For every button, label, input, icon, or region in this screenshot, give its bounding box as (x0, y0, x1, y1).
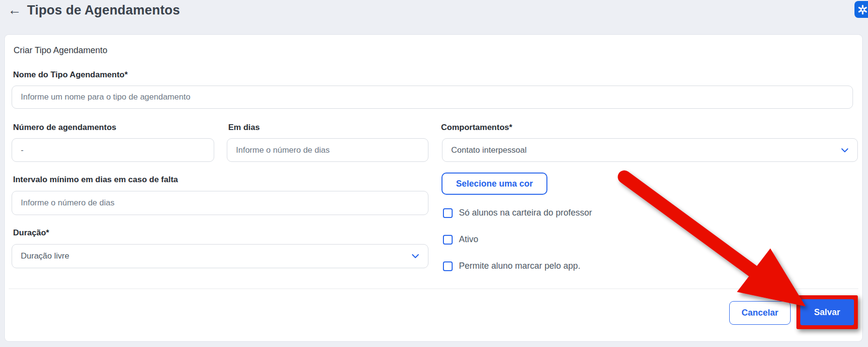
numero-agendamentos-input[interactable] (12, 138, 214, 162)
checkbox-so-alunos[interactable]: Só alunos na carteira do professor (443, 208, 592, 218)
annotation-highlight-box: Salvar (796, 295, 858, 329)
back-arrow-icon[interactable]: ← (8, 1, 21, 19)
checkbox-ativo[interactable]: Ativo (443, 234, 478, 245)
comportamentos-label: Comportamentos* (441, 123, 512, 132)
create-appointment-type-card: Criar Tipo Agendamento Nome do Tipo Agen… (5, 35, 862, 341)
footer-divider (9, 289, 858, 289)
chatgpt-extension-badge[interactable] (854, 1, 868, 18)
checkbox-permite-app[interactable]: Permite aluno marcar pelo app. (443, 261, 580, 271)
em-dias-label: Em dias (228, 123, 260, 132)
select-color-button[interactable]: Selecione uma cor (441, 173, 547, 195)
chatgpt-icon (857, 4, 868, 15)
checkbox-label: Ativo (459, 234, 478, 245)
page-title: Tipos de Agendamentos (27, 1, 180, 19)
page-header: ← Tipos de Agendamentos (8, 1, 180, 19)
duracao-label: Duração* (13, 228, 49, 238)
duracao-selected-value: Duração livre (21, 251, 408, 261)
checkbox-label: Só alunos na carteira do professor (459, 208, 592, 218)
chevron-down-icon (841, 148, 849, 153)
checkbox-label: Permite aluno marcar pelo app. (459, 261, 580, 271)
checkbox-icon[interactable] (443, 235, 453, 245)
comportamentos-select[interactable]: Contato interpessoal (442, 138, 858, 162)
em-dias-input[interactable] (227, 138, 428, 162)
save-button[interactable]: Salvar (800, 299, 854, 325)
duracao-select[interactable]: Duração livre (12, 244, 428, 268)
page: { "header": { "title": "Tipos de Agendam… (0, 0, 868, 347)
intervalo-label: Intervalo mínimo em dias em caso de falt… (13, 175, 178, 185)
form-title: Criar Tipo Agendamento (14, 45, 107, 56)
cancel-button[interactable]: Cancelar (729, 301, 791, 325)
checkbox-icon[interactable] (443, 208, 453, 218)
intervalo-input[interactable] (12, 191, 428, 215)
nome-input[interactable] (12, 86, 853, 109)
checkbox-icon[interactable] (443, 261, 453, 271)
chevron-down-icon (412, 254, 419, 259)
nome-label: Nome do Tipo Agendamento* (13, 70, 128, 80)
comportamentos-selected-value: Contato interpessoal (451, 145, 837, 155)
numero-agendamentos-label: Número de agendamentos (13, 123, 117, 132)
